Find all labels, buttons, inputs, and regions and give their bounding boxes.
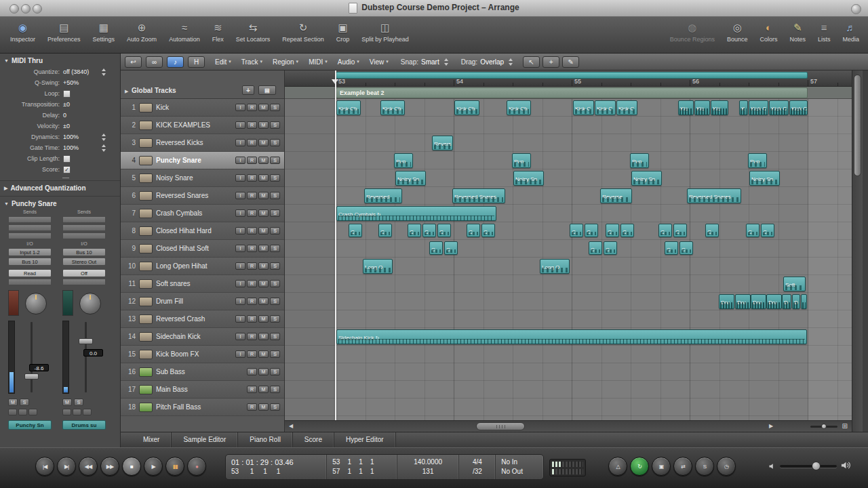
rewind-button[interactable]: ◀◀: [79, 457, 98, 476]
menu-audio[interactable]: Audio▾: [338, 58, 359, 66]
toolbar-toggle-button[interactable]: [851, 4, 861, 14]
track-solo-button[interactable]: S: [270, 403, 280, 411]
track-solo-button[interactable]: S: [270, 315, 280, 323]
track-mute-button[interactable]: M: [258, 350, 269, 358]
region[interactable]: C: [665, 241, 678, 255]
playhead[interactable]: [335, 70, 336, 420]
disclosure-triangle-icon[interactable]: ▶: [125, 89, 128, 94]
zoom-icon[interactable]: ⊞: [842, 422, 848, 430]
settings-button[interactable]: ▦Settings: [87, 20, 121, 43]
track-solo-button[interactable]: S: [270, 157, 280, 164]
solo-button[interactable]: S: [74, 399, 83, 406]
region[interactable]: Kick C: [616, 100, 637, 115]
param-value[interactable]: off (3840): [63, 68, 89, 75]
track-record-button[interactable]: R: [247, 298, 257, 305]
pan-knob[interactable]: [25, 293, 47, 314]
track-mute-button[interactable]: M: [258, 104, 269, 111]
metronome-button[interactable]: △: [608, 457, 627, 476]
output-slot[interactable]: Bus 10: [8, 258, 52, 266]
track-record-button[interactable]: R: [247, 121, 257, 129]
track-row[interactable]: 3Reversed KicksIRMS: [121, 134, 284, 152]
track-input-button[interactable]: I: [235, 245, 245, 252]
group-slot[interactable]: [8, 279, 52, 285]
vertical-scrollbar[interactable]: [852, 70, 863, 432]
region[interactable]: C: [606, 224, 619, 237]
track-row[interactable]: 10Long Open HihatIRMS: [121, 258, 284, 275]
track-mute-button[interactable]: M: [258, 315, 269, 323]
track-row[interactable]: 15Kick Boom FXIRMS: [121, 346, 284, 363]
track-input-button[interactable]: I: [235, 139, 245, 146]
hide-tracks-button[interactable]: H: [188, 56, 205, 68]
track-input-button[interactable]: I: [235, 209, 245, 217]
tab-hyper-editor[interactable]: Hyper Editor: [334, 432, 396, 447]
param-checkbox[interactable]: [63, 90, 71, 98]
region[interactable]: C: [444, 241, 458, 255]
eq-thumbnail[interactable]: [8, 290, 19, 316]
stepper-icon[interactable]: [102, 144, 106, 152]
region[interactable]: C: [481, 224, 495, 237]
tab-sample-editor[interactable]: Sample Editor: [172, 432, 238, 447]
track-record-button[interactable]: R: [247, 350, 257, 358]
volume-fader[interactable]: [79, 338, 93, 344]
track-row[interactable]: 18Pitch Fall BassRMS: [121, 399, 284, 416]
menu-midi[interactable]: MIDI▾: [309, 58, 328, 66]
track-solo-button[interactable]: S: [270, 192, 280, 199]
midi-thru-section-header[interactable]: ▼ MIDI Thru: [0, 54, 120, 66]
track-mute-button[interactable]: M: [258, 280, 269, 287]
pan-knob[interactable]: [79, 293, 101, 314]
record-button[interactable]: ●: [187, 457, 206, 476]
track-input-button[interactable]: I: [235, 315, 245, 323]
region[interactable]: Kick Ch: [336, 100, 361, 115]
track-input-button[interactable]: I: [235, 333, 245, 340]
input-slot[interactable]: Bus 10: [62, 248, 106, 256]
region[interactable]: Dru: [766, 294, 782, 309]
auto-zoom-button[interactable]: ⊕Auto Zoom: [121, 20, 163, 43]
region[interactable]: Noisy Sn: [513, 171, 544, 186]
tab-mixer[interactable]: Mixer: [132, 432, 172, 447]
marquee-tool-button[interactable]: +: [542, 56, 559, 68]
autopunch-button[interactable]: ▣: [652, 457, 671, 476]
track-mute-button[interactable]: M: [258, 333, 269, 340]
param-value[interactable]: ±0: [63, 101, 70, 108]
region[interactable]: Reverse: [600, 188, 632, 203]
snap-value[interactable]: Smart: [421, 58, 439, 66]
region[interactable]: Noisy Sn: [631, 171, 662, 186]
track-mute-button[interactable]: M: [258, 368, 269, 375]
region[interactable]: C: [585, 224, 598, 237]
track-mute-button[interactable]: M: [258, 139, 269, 146]
track-input-button[interactable]: I: [235, 121, 245, 129]
stop-button[interactable]: ■: [122, 457, 141, 476]
region[interactable]: C: [467, 224, 480, 237]
track-input-button[interactable]: I: [235, 227, 245, 235]
region[interactable]: C: [408, 224, 421, 237]
lcd-midi-section[interactable]: No In No Out: [496, 455, 543, 479]
midi-in-button[interactable]: ♪: [167, 56, 184, 68]
volume-value[interactable]: 0.0: [83, 349, 103, 357]
track-row[interactable]: 7Crash CymbalsIRMS: [121, 205, 284, 222]
region[interactable]: Noisy Sn: [395, 171, 426, 186]
region[interactable]: Kick Ch: [380, 100, 405, 115]
inspector-button[interactable]: ◉Inspector: [4, 20, 41, 43]
region[interactable]: Dru: [751, 294, 766, 309]
track-record-button[interactable]: R: [247, 403, 257, 411]
format-icon[interactable]: [28, 409, 37, 415]
region[interactable]: C: [378, 224, 392, 237]
region[interactable]: Kick C: [573, 100, 594, 115]
track-record-button[interactable]: R: [247, 209, 257, 217]
region[interactable]: [801, 294, 807, 309]
lists-button[interactable]: ≡Lists: [812, 20, 837, 43]
forward-button[interactable]: ▶▶: [100, 457, 119, 476]
send-slot[interactable]: [8, 216, 52, 223]
track-solo-button[interactable]: S: [270, 174, 280, 182]
track-record-button[interactable]: R: [247, 227, 257, 235]
region[interactable]: Reversed Snares: [452, 188, 505, 203]
track-record-button[interactable]: R: [247, 386, 257, 393]
region[interactable]: Kic: [678, 100, 694, 115]
track-mute-button[interactable]: M: [258, 227, 269, 235]
region[interactable]: D: [782, 294, 791, 309]
pointer-tool-button[interactable]: ↖: [523, 56, 540, 68]
track-record-button[interactable]: R: [247, 104, 257, 111]
snap-control[interactable]: Snap: Smart: [401, 58, 449, 66]
track-mute-button[interactable]: M: [258, 192, 269, 199]
stepper-icon[interactable]: [102, 68, 106, 76]
